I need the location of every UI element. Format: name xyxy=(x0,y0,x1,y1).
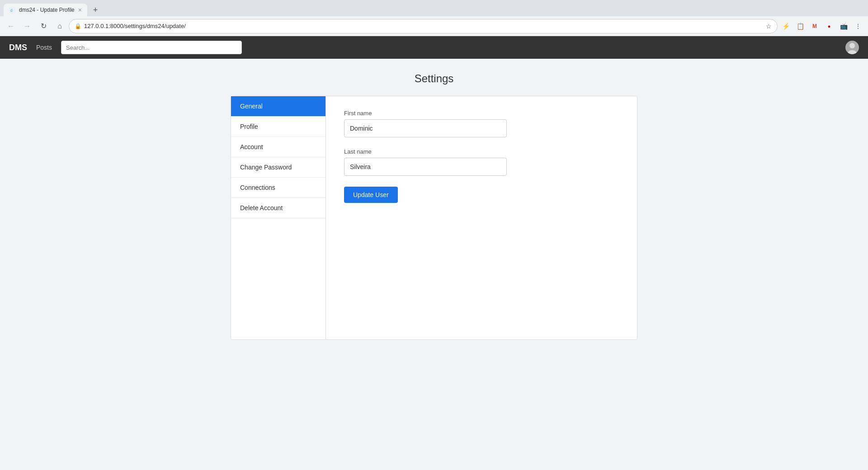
tab-title: dms24 - Update Profile xyxy=(19,7,75,13)
update-user-button[interactable]: Update User xyxy=(344,187,398,203)
new-tab-button[interactable]: + xyxy=(89,4,102,16)
refresh-button[interactable]: ↻ xyxy=(36,19,51,33)
bookmark-icon[interactable]: ☆ xyxy=(766,23,772,30)
sidebar-item-account[interactable]: Account xyxy=(231,137,326,157)
more-icon[interactable]: ⋮ xyxy=(852,20,864,33)
sidebar-item-connections[interactable]: Connections xyxy=(231,178,326,198)
forward-button[interactable]: → xyxy=(20,19,34,33)
lastpass-icon[interactable]: ● xyxy=(823,20,835,33)
cast-icon[interactable]: 📺 xyxy=(837,20,850,33)
last-name-label: Last name xyxy=(344,148,619,155)
svg-text:d: d xyxy=(10,8,13,13)
url-text: 127.0.0.1:8000/settings/dms24/update/ xyxy=(84,23,763,29)
user-avatar[interactable] xyxy=(845,41,859,54)
page-title: Settings xyxy=(9,72,859,85)
svg-point-3 xyxy=(849,43,855,48)
search-input[interactable] xyxy=(61,41,242,54)
avatar-icon xyxy=(845,41,859,54)
browser-chrome: d dms24 - Update Profile × + ← → ↻ ⌂ 🔒 1… xyxy=(0,0,868,36)
settings-panel: First name Last name Update User xyxy=(326,96,637,339)
app-header: DMS Posts xyxy=(0,36,868,59)
tab-bar: d dms24 - Update Profile × + xyxy=(0,0,868,16)
sidebar-item-delete-account[interactable]: Delete Account xyxy=(231,198,326,218)
home-button[interactable]: ⌂ xyxy=(52,19,67,33)
first-name-input[interactable] xyxy=(344,119,507,137)
readinglist-icon[interactable]: 📋 xyxy=(794,20,807,33)
back-button[interactable]: ← xyxy=(4,19,18,33)
lock-icon: 🔒 xyxy=(75,23,81,29)
tab-favicon: d xyxy=(9,7,15,13)
nav-link-posts[interactable]: Posts xyxy=(36,44,52,51)
last-name-group: Last name xyxy=(344,148,619,176)
address-bar[interactable]: 🔒 127.0.0.1:8000/settings/dms24/update/ … xyxy=(69,19,778,33)
extensions-icon[interactable]: ⚡ xyxy=(779,20,792,33)
settings-container: General Profile Account Change Password … xyxy=(231,96,637,340)
main-content: Settings General Profile Account Change … xyxy=(0,59,868,470)
sidebar-item-general[interactable]: General xyxy=(231,96,326,117)
tab-close-button[interactable]: × xyxy=(78,7,82,13)
sidebar-item-profile[interactable]: Profile xyxy=(231,117,326,137)
gmail-icon[interactable]: M xyxy=(808,20,821,33)
last-name-input[interactable] xyxy=(344,158,507,176)
nav-icons-right: ⚡ 📋 M ● 📺 ⋮ xyxy=(779,20,864,33)
active-tab[interactable]: d dms24 - Update Profile × xyxy=(4,4,87,16)
first-name-group: First name xyxy=(344,110,619,137)
nav-bar: ← → ↻ ⌂ 🔒 127.0.0.1:8000/settings/dms24/… xyxy=(0,16,868,36)
sidebar-item-change-password[interactable]: Change Password xyxy=(231,157,326,178)
settings-sidebar: General Profile Account Change Password … xyxy=(231,96,326,339)
app-logo[interactable]: DMS xyxy=(9,43,27,52)
first-name-label: First name xyxy=(344,110,619,117)
